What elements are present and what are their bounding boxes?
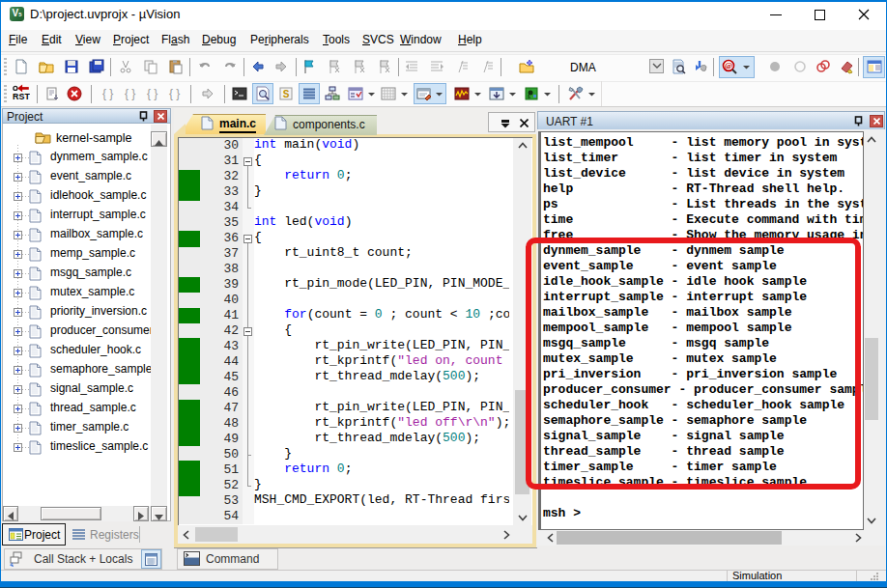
svg-text:@: @ bbox=[725, 61, 732, 70]
